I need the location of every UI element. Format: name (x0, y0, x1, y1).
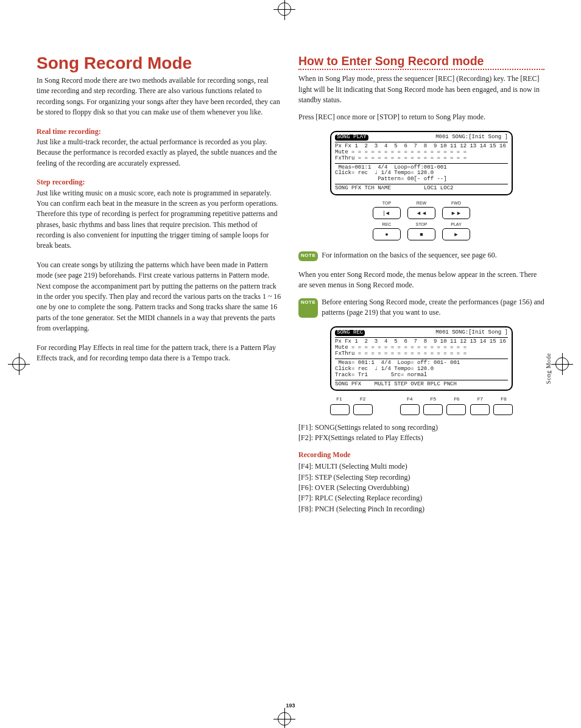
register-bottom (278, 712, 291, 726)
lcd-song-rec: SONG REC M001 SONG:[Init Song ] Px Fx 1 … (330, 326, 513, 391)
transport-keys: TOP |◄ REW ◄◄ FWD ►► REC ● STOP ■ PLAY ► (373, 200, 470, 240)
fk-label-f8: F8 (495, 396, 513, 403)
lcd1-fx: FxThru = = = = = = = = = = = = = = = = = (335, 156, 508, 162)
btn-stop[interactable]: ■ (407, 228, 435, 240)
lcd1-tag: SONG PLAY (335, 135, 368, 141)
note-2-text: Before entering Song Record mode, create… (322, 297, 544, 318)
fk-btn-f7[interactable] (470, 404, 490, 415)
para-patterns: You can create songs by utilizing the pa… (37, 260, 283, 334)
label-rec: REC (373, 222, 401, 228)
fk-label-f4: F4 (401, 396, 419, 403)
left-column: Song Record Mode In Song Record mode the… (37, 55, 283, 514)
lcd1-patt: Pattern= 00[- off --] (335, 177, 508, 183)
para-enter-2: Press [REC] once more or [STOP] to retur… (298, 112, 544, 122)
list-item: [F6]: OVER (Selecting Overdubbing) (298, 483, 544, 493)
subhead-realtime: Real time recording: (37, 127, 283, 137)
note-badge-icon: NOTE (298, 251, 318, 261)
dotted-rule (298, 69, 544, 70)
fk-btn-f5[interactable] (423, 404, 443, 415)
list-item: [F1]: SONG(Settings related to song reco… (298, 422, 544, 433)
page-title: Song Record Mode (37, 55, 283, 72)
lcd-song-play: SONG PLAY M001 SONG:[Init Song ] Px Fx 1… (330, 131, 513, 195)
lcd2-fx: FxThru = = = = = = = = = = = = = = = = = (335, 351, 508, 357)
para-step: Just like writing music on a music score… (37, 188, 283, 251)
fk-btn-f4[interactable] (400, 404, 420, 415)
label-stop: STOP (407, 222, 435, 228)
right-column: How to Enter Song Record mode When in So… (298, 55, 544, 514)
btn-fwd[interactable]: ►► (442, 207, 470, 219)
para-realtime: Just like a multi-track recorder, the ac… (37, 137, 283, 169)
fk-label-f2: F2 (354, 396, 372, 403)
note-2: NOTE Before entering Song Record mode, c… (298, 297, 544, 318)
note-1: NOTE For information on the basics of th… (298, 250, 544, 261)
list-item: [F4]: MULTI (Selecting Multi mode) (298, 461, 544, 472)
fk-btn-f2[interactable] (353, 404, 373, 415)
fk-btn-f8[interactable] (493, 404, 513, 415)
list-item: [F8]: PNCH (Selecting Pinch In recording… (298, 504, 544, 514)
para-pfx: For recording Play Effects in real time … (37, 343, 283, 364)
subhead-step: Step recording: (37, 177, 283, 187)
fk-btn-f1[interactable] (330, 404, 350, 415)
f4-f8-list: [F4]: MULTI (Selecting Multi mode) [F5]:… (298, 461, 544, 514)
fk-label-f7: F7 (471, 396, 489, 403)
lcd2-track: Track= Tr1 Src= normal (335, 373, 508, 379)
label-play: PLAY (442, 222, 470, 228)
lcd2-right: M001 SONG:[Init Song ] (435, 330, 508, 336)
label-top: TOP (373, 200, 401, 206)
note-1-text: For information on the basics of the seq… (322, 250, 544, 261)
label-rew: REW (407, 200, 435, 206)
para-menus: When you enter Song Record mode, the men… (298, 270, 544, 291)
recording-mode-heading: Recording Mode (298, 450, 544, 460)
btn-top[interactable]: |◄ (373, 207, 401, 219)
btn-rew[interactable]: ◄◄ (407, 207, 435, 219)
lcd2-tag: SONG REC (335, 330, 365, 336)
list-item: [F7]: RPLC (Selecting Replace recording) (298, 493, 544, 503)
lcd1-bottom: SONG PFX TCH NAME LOC1 LOC2 (335, 186, 508, 192)
intro-paragraph: In Song Record mode there are two method… (37, 75, 283, 118)
fk-label-f1: F1 (330, 396, 348, 403)
btn-rec[interactable]: ● (373, 228, 401, 240)
lcd2-bottom: SONG PFX MULTI STEP OVER RPLC PNCH (335, 382, 508, 388)
list-item: [F5]: STEP (Selecting Step recording) (298, 472, 544, 483)
section-heading: How to Enter Song Record mode (298, 55, 544, 68)
note-badge-icon: NOTE (298, 298, 318, 318)
fk-label-f5: F5 (424, 396, 442, 403)
label-fwd: FWD (442, 200, 470, 206)
list-item: [F2]: PFX(Settings related to Play Effec… (298, 433, 544, 443)
lcd1-right: M001 SONG:[Init Song ] (435, 135, 508, 141)
function-keys: F1 F2 - F4 F5 F6 F7 F8 (330, 396, 513, 415)
fk-btn-f6[interactable] (446, 404, 466, 415)
f1-f2-list: [F1]: SONG(Settings related to song reco… (298, 422, 544, 444)
fk-label-f6: F6 (448, 396, 466, 403)
page-number: 193 (0, 702, 581, 710)
btn-play[interactable]: ► (442, 228, 470, 240)
para-enter-1: When in Song Play mode, press the sequen… (298, 74, 544, 105)
